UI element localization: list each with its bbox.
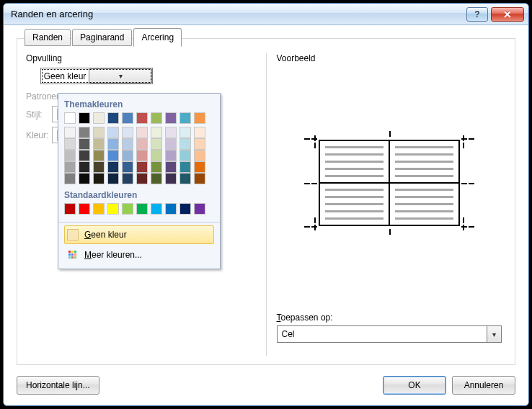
- color-swatch[interactable]: [194, 150, 205, 161]
- color-swatch[interactable]: [179, 138, 191, 150]
- color-swatch[interactable]: [107, 203, 119, 215]
- color-swatch[interactable]: [107, 173, 119, 184]
- color-swatch[interactable]: [151, 150, 162, 161]
- color-swatch[interactable]: [93, 173, 105, 184]
- fill-combo-button[interactable]: [89, 68, 152, 84]
- tab-content: Opvulling Geen kleur Patronen Stijl: Doo…: [26, 53, 506, 356]
- color-swatch[interactable]: [64, 150, 76, 161]
- tab-shading[interactable]: Arcering: [133, 28, 182, 47]
- color-swatch[interactable]: [64, 127, 76, 138]
- color-swatch[interactable]: [93, 138, 105, 150]
- left-column: Opvulling Geen kleur Patronen Stijl: Doo…: [26, 53, 260, 356]
- cancel-button[interactable]: Annuleren: [452, 376, 515, 395]
- color-swatch[interactable]: [179, 127, 191, 138]
- color-swatch[interactable]: [194, 173, 205, 184]
- color-swatch[interactable]: [151, 173, 162, 184]
- color-swatch[interactable]: [79, 127, 90, 138]
- color-swatch[interactable]: [179, 161, 191, 173]
- color-swatch[interactable]: [194, 127, 205, 138]
- popup-separator: [58, 222, 220, 223]
- color-swatch[interactable]: [165, 127, 177, 138]
- color-swatch[interactable]: [194, 138, 205, 150]
- color-swatch[interactable]: [122, 127, 133, 138]
- color-swatch[interactable]: [136, 203, 148, 215]
- close-button[interactable]: ✕: [491, 7, 524, 22]
- no-color-swatch: [67, 229, 79, 241]
- color-swatch[interactable]: [107, 161, 119, 173]
- color-swatch[interactable]: [165, 150, 177, 161]
- color-swatch[interactable]: [165, 112, 177, 124]
- color-swatch[interactable]: [64, 161, 76, 173]
- color-swatch[interactable]: [122, 112, 133, 124]
- color-swatch[interactable]: [79, 112, 90, 124]
- no-color-item[interactable]: Geen kleur: [64, 225, 214, 244]
- help-button[interactable]: ?: [466, 7, 488, 22]
- color-swatch[interactable]: [165, 161, 177, 173]
- apply-to-combo[interactable]: Cel: [277, 325, 502, 343]
- color-swatch[interactable]: [107, 138, 119, 150]
- svg-rect-7: [71, 256, 74, 259]
- color-swatch[interactable]: [79, 203, 90, 215]
- color-swatch[interactable]: [179, 112, 191, 124]
- color-swatch[interactable]: [165, 203, 177, 215]
- color-swatch[interactable]: [136, 150, 148, 161]
- color-swatch[interactable]: [151, 203, 162, 215]
- color-swatch[interactable]: [122, 203, 133, 215]
- preview-heading: Voorbeeld: [277, 53, 507, 63]
- color-swatch[interactable]: [79, 150, 90, 161]
- color-swatch[interactable]: [79, 138, 90, 150]
- apply-to-button[interactable]: [487, 326, 501, 342]
- color-swatch[interactable]: [122, 173, 133, 184]
- color-swatch[interactable]: [179, 173, 191, 184]
- theme-colors-tints: [64, 127, 214, 184]
- color-swatch[interactable]: [136, 173, 148, 184]
- color-swatch[interactable]: [79, 161, 90, 173]
- style-label: Stijl:: [26, 109, 52, 120]
- color-swatch[interactable]: [136, 138, 148, 150]
- color-swatch[interactable]: [165, 173, 177, 184]
- color-swatch[interactable]: [136, 161, 148, 173]
- color-swatch[interactable]: [179, 150, 191, 161]
- color-swatch[interactable]: [64, 173, 76, 184]
- horizontal-line-button[interactable]: Horizontale lijn...: [17, 376, 99, 395]
- color-swatch[interactable]: [136, 112, 148, 124]
- tab-bar: Randen Paginarand Arcering: [25, 28, 183, 47]
- color-swatch[interactable]: [122, 150, 133, 161]
- color-swatch[interactable]: [136, 127, 148, 138]
- right-column: Voorbeeld: [272, 53, 507, 356]
- color-swatch[interactable]: [151, 161, 162, 173]
- tab-page-border[interactable]: Paginarand: [72, 29, 132, 46]
- color-swatch[interactable]: [93, 127, 105, 138]
- color-swatch[interactable]: [122, 138, 133, 150]
- color-swatch[interactable]: [64, 203, 76, 215]
- color-swatch[interactable]: [64, 138, 76, 150]
- color-swatch[interactable]: [151, 127, 162, 138]
- color-swatch[interactable]: [93, 112, 105, 124]
- color-swatch[interactable]: [165, 138, 177, 150]
- svg-rect-4: [71, 253, 74, 256]
- color-swatch[interactable]: [179, 203, 191, 215]
- color-swatch[interactable]: [64, 112, 76, 124]
- color-swatch[interactable]: [194, 203, 205, 215]
- color-swatch[interactable]: [107, 112, 119, 124]
- color-swatch[interactable]: [122, 161, 133, 173]
- more-colors-item[interactable]: Meer kleuren...: [64, 246, 214, 264]
- svg-rect-8: [74, 256, 76, 259]
- fill-combo[interactable]: Geen kleur: [40, 68, 153, 84]
- standard-colors-row: [64, 203, 214, 216]
- color-swatch[interactable]: [107, 150, 119, 161]
- color-swatch[interactable]: [194, 161, 205, 173]
- color-swatch[interactable]: [107, 127, 119, 138]
- preview-cell: [389, 140, 459, 183]
- color-swatch[interactable]: [93, 150, 105, 161]
- window-title: Randen en arcering: [11, 9, 464, 19]
- ok-button[interactable]: OK: [383, 376, 446, 395]
- color-swatch[interactable]: [93, 161, 105, 173]
- tab-borders[interactable]: Randen: [25, 29, 71, 46]
- client-area: Randen Paginarand Arcering Opvulling Gee…: [4, 25, 528, 405]
- color-swatch[interactable]: [151, 138, 162, 150]
- color-swatch[interactable]: [93, 203, 105, 215]
- color-swatch[interactable]: [194, 112, 205, 124]
- color-swatch[interactable]: [79, 173, 90, 184]
- color-swatch[interactable]: [151, 112, 162, 124]
